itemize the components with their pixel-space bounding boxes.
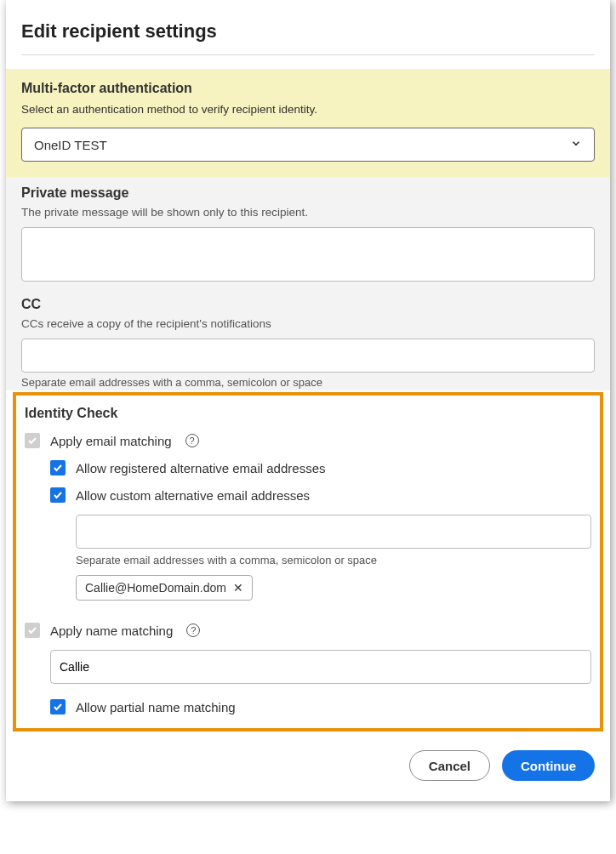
mfa-subtitle: Select an authentication method to verif… — [21, 103, 595, 116]
allow-partial-label: Allow partial name matching — [76, 700, 236, 715]
allow-registered-checkbox[interactable] — [50, 460, 66, 475]
allow-custom-row: Allow custom alternative email addresses — [25, 487, 591, 503]
cc-subtitle: CCs receive a copy of the recipient's no… — [21, 317, 595, 330]
continue-button[interactable]: Continue — [502, 750, 595, 781]
allow-custom-checkbox[interactable] — [50, 487, 66, 503]
apply-email-matching-label: Apply email matching — [50, 434, 172, 448]
allow-registered-row: Allow registered alternative email addre… — [25, 460, 591, 475]
identity-title: Identity Check — [25, 406, 591, 421]
help-icon[interactable]: ? — [185, 434, 199, 447]
apply-name-matching-label: Apply name matching — [50, 623, 173, 638]
private-message-subtitle: The private message will be shown only t… — [21, 206, 595, 219]
email-chip-text: Callie@HomeDomain.dom — [85, 581, 226, 595]
mfa-method-select[interactable]: OneID TEST — [21, 128, 595, 162]
custom-email-input[interactable] — [76, 515, 591, 549]
custom-email-block: Separate email addresses with a comma, s… — [76, 515, 591, 601]
allow-registered-label: Allow registered alternative email addre… — [76, 461, 325, 475]
chip-remove-icon[interactable]: ✕ — [233, 581, 243, 595]
identity-check-section: Identity Check Apply email matching ? Al… — [13, 392, 603, 732]
allow-partial-checkbox[interactable] — [50, 699, 66, 715]
edit-recipient-dialog: Edit recipient settings Multi-factor aut… — [6, 0, 610, 801]
custom-email-helper: Separate email addresses with a comma, s… — [76, 554, 591, 566]
name-input[interactable] — [50, 650, 591, 684]
cc-helper: Separate email addresses with a comma, s… — [21, 373, 595, 389]
apply-email-matching-row: Apply email matching ? — [25, 433, 591, 448]
cc-title: CC — [21, 297, 595, 312]
cc-section: CC CCs receive a copy of the recipient's… — [21, 297, 595, 390]
allow-custom-label: Allow custom alternative email addresses — [76, 488, 310, 503]
allow-partial-row: Allow partial name matching — [25, 699, 591, 715]
dialog-title: Edit recipient settings — [21, 20, 595, 43]
title-divider — [21, 54, 595, 55]
mfa-title: Multi-factor authentication — [21, 81, 595, 96]
name-input-wrap — [50, 650, 591, 684]
email-chip: Callie@HomeDomain.dom ✕ — [76, 575, 253, 601]
private-message-section: Private message The private message will… — [6, 177, 610, 390]
dialog-footer: Cancel Continue — [6, 732, 610, 784]
cc-input[interactable] — [21, 339, 595, 373]
mfa-section: Multi-factor authentication Select an au… — [6, 69, 610, 177]
apply-email-matching-checkbox[interactable] — [25, 433, 40, 448]
chevron-down-icon — [570, 138, 582, 152]
apply-name-matching-checkbox[interactable] — [25, 623, 40, 638]
cancel-button[interactable]: Cancel — [409, 750, 490, 781]
private-message-title: Private message — [21, 185, 595, 201]
private-message-input[interactable] — [21, 227, 595, 282]
apply-name-matching-row: Apply name matching ? — [25, 623, 591, 638]
mfa-selected-value: OneID TEST — [34, 138, 107, 152]
dialog-header: Edit recipient settings — [6, 0, 610, 54]
help-icon[interactable]: ? — [186, 623, 200, 637]
